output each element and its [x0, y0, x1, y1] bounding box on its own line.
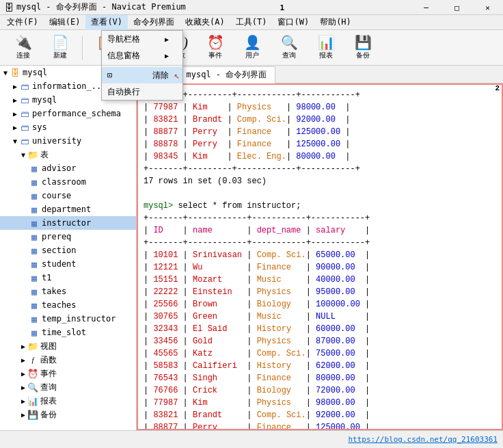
tab-bar: 对象 ▶| mysql - 命令列界面 [137, 66, 503, 83]
expand-arrow: ▼ [1, 69, 10, 77]
sidebar-item-t1[interactable]: ▦ t1 [0, 271, 136, 285]
instructor-label: instructor [42, 218, 91, 228]
row2-77987: | 77987 | Kim | Physics | 98000.00 | [144, 397, 496, 409]
backup-button[interactable]: 💾 备份 [345, 33, 381, 63]
maximize-button[interactable]: □ [441, 0, 472, 15]
table-headers: | ID | name | dept_name | salary | [144, 224, 496, 237]
sidebar-item-takes[interactable]: ▦ takes [0, 285, 136, 298]
info-pane-arrow: ▶ [165, 52, 169, 60]
badge-2-indicator: 2 [495, 84, 500, 92]
row2-58583: | 58583 | Califieri | History | 62000.00… [144, 360, 496, 372]
report-button[interactable]: 📊 报表 [308, 33, 344, 63]
table-icon: ▦ [29, 163, 40, 174]
new-button[interactable]: 📄 新建 [42, 33, 78, 63]
menu-window[interactable]: 窗口(W) [272, 15, 314, 30]
dropdown-auto-wrap[interactable]: 自动换行 [102, 83, 182, 100]
table-icon: ▦ [29, 272, 40, 283]
menu-view[interactable]: 查看(V) [85, 15, 128, 30]
views-label: 视图 [40, 341, 57, 352]
row2-45565: | 45565 | Katz | Comp. Sci.| 75000.00 | [144, 347, 496, 360]
sidebar-item-university[interactable]: ▼ 🗃 university [0, 134, 136, 148]
dropdown-info-pane-label: 信息窗格 [107, 50, 140, 62]
sidebar-item-time-slot[interactable]: ▦ time_slot [0, 326, 136, 339]
menu-help[interactable]: 帮助(H) [314, 15, 357, 30]
row-88877: | 88877 | Perry | Finance | 125000.00 | [144, 126, 496, 138]
window-controls: ─ □ ✕ [411, 0, 503, 15]
menu-cmdline[interactable]: 命令列界面 [128, 15, 180, 30]
table-icon: ▦ [29, 176, 40, 187]
expand-arrow: ▶ [19, 411, 27, 419]
user-label: 用户 [245, 51, 259, 60]
nav-grid-arrow: ▶ [165, 36, 169, 43]
sidebar-item-prereq[interactable]: ▦ prereq [0, 230, 136, 243]
query-button[interactable]: 🔍 查询 [271, 33, 307, 63]
temp-instructor-label: temp_instructor [42, 314, 115, 324]
titlebar-text: mysql - 命令列界面 - Navicat Premium [16, 1, 186, 13]
sidebar-item-department[interactable]: ▦ department [0, 202, 136, 216]
time-slot-label: time_slot [42, 328, 86, 337]
connect-button[interactable]: 🔌 连接 [5, 33, 41, 63]
table-icon: ▦ [29, 327, 40, 338]
sidebar-item-course[interactable]: ▦ course [0, 189, 136, 202]
minimize-button[interactable]: ─ [411, 0, 441, 15]
terminal-area[interactable]: 2 +-------+---------+------------+------… [137, 83, 503, 430]
folder-icon: f [27, 354, 38, 365]
close-button[interactable]: ✕ [472, 0, 503, 15]
db-icon: 🗃 [19, 108, 30, 119]
table-separator-2: +-------+---------+------------+--------… [144, 163, 496, 175]
folder-icon: 📁 [27, 341, 38, 352]
expand-arrow: ▶ [19, 356, 27, 364]
sidebar-item-reports-folder[interactable]: ▶ 📊 报表 [0, 394, 136, 408]
row2-15151: | 15151 | Mozart | Music | 40000.00 | [144, 274, 496, 286]
new-icon: 📄 [52, 36, 69, 49]
row2-76543: | 76543 | Singh | Finance | 80000.00 | [144, 372, 496, 384]
db-icon: 🗃 [19, 94, 30, 105]
sidebar-item-advisor[interactable]: ▦ advisor [0, 161, 136, 175]
sidebar-item-tables-folder[interactable]: ▼ 📁 表 [0, 148, 136, 161]
sidebar-item-section[interactable]: ▦ section [0, 243, 136, 257]
advisor-label: advisor [42, 163, 77, 173]
toolbar: 🔌 连接 📄 新建 📋 表 👁 视图 f(x) 函数 ⏰ 事件 👤 用户 🔍 查… [0, 30, 503, 66]
table-icon: ▦ [29, 231, 40, 242]
row-88878: | 88878 | Perry | Finance | 125000.00 | [144, 138, 496, 150]
sidebar-item-sys[interactable]: ▶ 🗃 sys [0, 120, 136, 134]
dropdown-info-pane[interactable]: 信息窗格 ▶ [102, 47, 182, 64]
menu-file[interactable]: 文件(F) [1, 15, 44, 30]
menu-edit[interactable]: 编辑(E) [44, 15, 86, 30]
events-label: 事件 [40, 368, 57, 380]
sidebar-item-temp-instructor[interactable]: ▦ temp_instructor [0, 312, 136, 326]
sidebar-item-backups-folder[interactable]: ▶ 💾 备份 [0, 408, 136, 421]
app-icon: 🗄 [4, 2, 14, 13]
sidebar-item-queries-folder[interactable]: ▶ 🔍 查询 [0, 380, 136, 394]
event-button[interactable]: ⏰ 事件 [198, 33, 233, 63]
user-button[interactable]: 👤 用户 [234, 33, 270, 63]
sidebar-item-performance-schema[interactable]: ▶ 🗃 performance_schema [0, 107, 136, 120]
row2-83821: | 83821 | Brandt | Comp. Sci.| 92000.00 … [144, 409, 496, 421]
sidebar-item-student[interactable]: ▦ student [0, 257, 136, 271]
table-icon: ▦ [29, 204, 40, 215]
sidebar-item-teaches[interactable]: ▦ teaches [0, 298, 136, 312]
sidebar-item-events-folder[interactable]: ▶ ⏰ 事件 [0, 367, 136, 380]
row2-32343: | 32343 | El Said | History | 60000.00 | [144, 323, 496, 335]
menu-tools[interactable]: 工具(T) [230, 15, 273, 30]
user-icon: 👤 [244, 36, 261, 49]
sidebar-item-views-folder[interactable]: ▶ 📁 视图 [0, 339, 136, 353]
student-label: student [42, 259, 77, 269]
main-container: ▼ 🗄 mysql ▶ 🗃 information_... ▶ 🗃 mysql … [0, 66, 503, 430]
takes-label: takes [42, 287, 66, 296]
dropdown-nav-grid[interactable]: 导航栏格 ▶ [102, 31, 182, 47]
table-header-sep2: +-------+------------+-----------+------… [144, 237, 496, 249]
table-icon: ▦ [29, 245, 40, 256]
tables-folder-label: 表 [40, 149, 49, 161]
sidebar-item-functions-folder[interactable]: ▶ f 函数 [0, 353, 136, 367]
content-area: 对象 ▶| mysql - 命令列界面 2 +-------+---------… [137, 66, 503, 430]
sidebar-item-classroom[interactable]: ▦ classroom [0, 175, 136, 189]
row2-30765: | 30765 | Green | Music | NULL | [144, 311, 496, 323]
dropdown-clear[interactable]: ⊡ 清除 ↖ [102, 67, 182, 83]
menu-favorites[interactable]: 收藏夹(A) [180, 15, 230, 30]
clear-icon: ⊡ [107, 70, 112, 80]
folder-icon: 📁 [27, 149, 38, 160]
sidebar-item-instructor[interactable]: ▦ instructor [0, 216, 136, 230]
connect-icon: 🔌 [15, 36, 32, 49]
folder-icon: 🔍 [27, 382, 38, 393]
